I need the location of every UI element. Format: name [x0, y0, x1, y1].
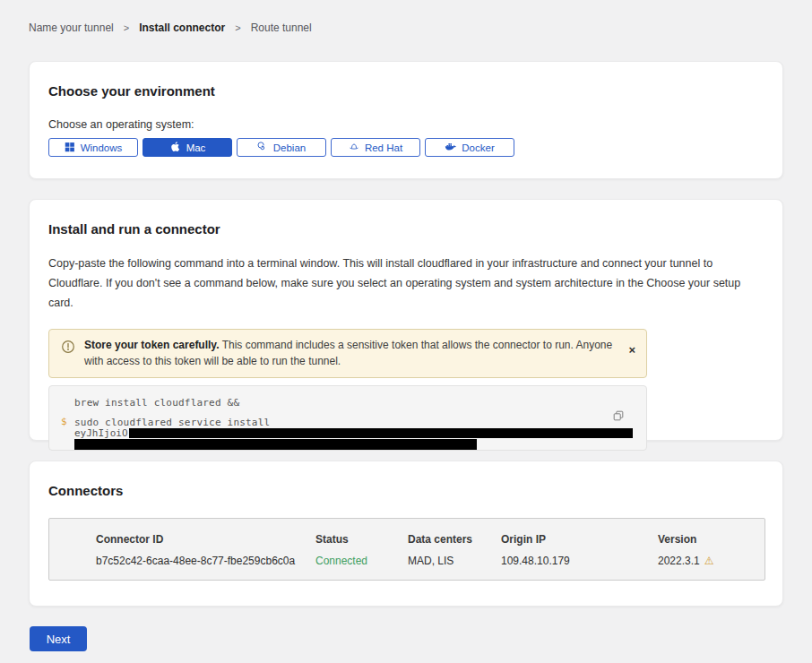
os-button-label: Red Hat	[365, 142, 402, 153]
os-button-label: Mac	[186, 142, 206, 153]
table-row: b7c52c42-6caa-48ee-8c77-fbe259cb6c0a Con…	[96, 555, 764, 567]
os-button-label: Windows	[81, 142, 123, 153]
connectors-card-title: Connectors	[48, 483, 764, 498]
breadcrumb-separator: >	[235, 22, 240, 33]
copy-icon[interactable]	[612, 409, 625, 425]
os-button-redhat[interactable]: Red Hat	[331, 138, 420, 157]
os-button-label: Docker	[462, 142, 494, 153]
code-line-sudo: sudo cloudflared service install	[74, 417, 646, 428]
next-button[interactable]: Next	[30, 626, 87, 651]
os-select-label: Choose an operating system:	[48, 118, 764, 131]
code-line-brew: brew install cloudflared &&	[74, 397, 646, 409]
environment-card-title: Choose your environment	[48, 83, 764, 99]
data-centers-value: MAD, LIS	[408, 555, 501, 567]
install-card-title: Install and run a connector	[48, 221, 764, 237]
alert-close-icon[interactable]: ×	[628, 344, 635, 356]
alert-text: Store your token carefully. This command…	[84, 337, 628, 370]
connector-id-value: b7c52c42-6caa-48ee-8c77-fbe259cb6c0a	[96, 555, 315, 567]
token-prefix: eyJhIjoiO	[74, 427, 128, 439]
redhat-icon	[349, 142, 359, 154]
col-data-centers: Data centers	[408, 533, 501, 546]
status-badge: Connected	[315, 555, 408, 567]
breadcrumb-install-connector[interactable]: Install connector	[139, 22, 225, 34]
breadcrumb: Name your tunnel > Install connector > R…	[29, 0, 783, 34]
col-status: Status	[315, 533, 408, 546]
install-description: Copy-paste the following command into a …	[48, 254, 761, 314]
docker-icon	[445, 141, 456, 154]
page: Name your tunnel > Install connector > R…	[0, 0, 812, 651]
code-line-token: eyJhIjoiO	[74, 428, 646, 439]
choose-environment-card: Choose your environment Choose an operat…	[29, 61, 783, 179]
shell-prompt: $	[61, 416, 67, 427]
os-button-group: Windows Mac Debian Red Hat	[48, 138, 764, 157]
install-connector-card: Install and run a connector Copy-paste t…	[29, 199, 783, 441]
origin-ip-value: 109.48.10.179	[501, 555, 658, 567]
os-button-label: Debian	[273, 142, 306, 153]
token-warning-alert: Store your token carefully. This command…	[48, 329, 647, 378]
col-connector-id: Connector ID	[96, 533, 315, 546]
alert-info-icon	[61, 340, 75, 357]
version-value: 2022.3.1 ⚠	[658, 555, 764, 567]
col-origin-ip: Origin IP	[501, 533, 658, 546]
code-line-token-2	[74, 439, 646, 450]
debian-icon	[257, 142, 268, 154]
os-button-debian[interactable]: Debian	[237, 138, 326, 157]
col-version: Version	[658, 533, 764, 546]
version-warning-icon[interactable]: ⚠	[704, 555, 714, 567]
breadcrumb-route-tunnel[interactable]: Route tunnel	[251, 22, 312, 34]
windows-icon	[65, 142, 75, 154]
redacted-token-bar	[129, 428, 633, 438]
breadcrumb-separator: >	[124, 22, 129, 33]
breadcrumb-name-your-tunnel[interactable]: Name your tunnel	[29, 22, 114, 34]
apple-icon	[169, 141, 181, 154]
install-command-codeblock[interactable]: brew install cloudflared && $ sudo cloud…	[48, 385, 647, 451]
connectors-card: Connectors Connector ID Status Data cent…	[29, 461, 783, 607]
os-button-docker[interactable]: Docker	[425, 138, 514, 157]
alert-title: Store your token carefully.	[84, 339, 220, 351]
os-button-mac[interactable]: Mac	[143, 138, 232, 157]
os-button-windows[interactable]: Windows	[48, 138, 138, 157]
connectors-table-header: Connector ID Status Data centers Origin …	[96, 533, 764, 546]
version-number: 2022.3.1	[658, 555, 700, 567]
connectors-table: Connector ID Status Data centers Origin …	[48, 518, 765, 581]
redacted-token-bar	[74, 439, 477, 450]
